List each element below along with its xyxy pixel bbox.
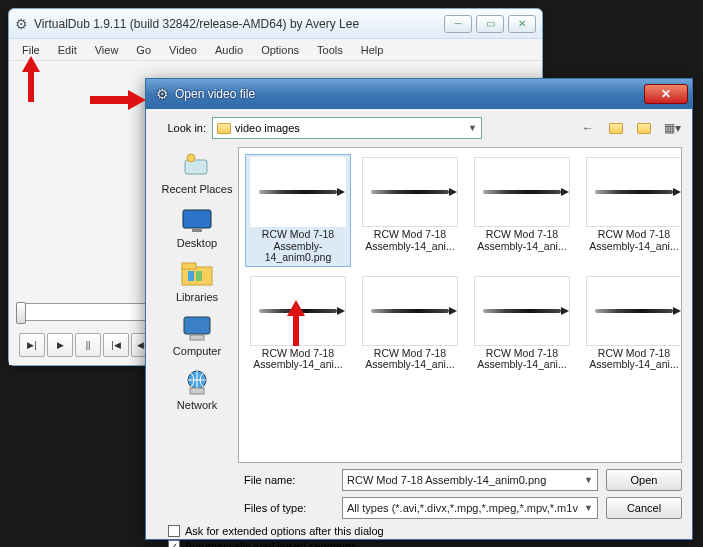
filename-input[interactable]: RCW Mod 7-18 Assembly-14_anim0.png ▼ xyxy=(342,469,598,491)
open-button[interactable]: Open xyxy=(606,469,682,491)
filetype-value: All types (*.avi,*.divx,*.mpg,*.mpeg,*.m… xyxy=(347,502,578,514)
transport-btn[interactable]: ▶| xyxy=(19,333,45,357)
file-item[interactable]: RCW Mod 7-18 Assembly-14_ani... xyxy=(581,154,682,267)
maximize-button[interactable]: ▭ xyxy=(476,15,504,33)
svg-rect-3 xyxy=(185,160,207,174)
file-thumbnail xyxy=(474,276,570,346)
lookin-label: Look in: xyxy=(156,122,206,134)
linked-segments-checkbox[interactable]: ✓ Automatically load linked segments xyxy=(168,540,682,547)
open-file-dialog: ⚙ Open video file ✕ Look in: video image… xyxy=(145,78,693,540)
place-libraries[interactable]: Libraries xyxy=(156,257,238,305)
place-label: Desktop xyxy=(177,237,217,249)
svg-rect-9 xyxy=(188,271,194,281)
dialog-titlebar[interactable]: ⚙ Open video file ✕ xyxy=(146,79,692,109)
place-desktop[interactable]: Desktop xyxy=(156,203,238,251)
file-name: RCW Mod 7-18 Assembly-14_ani... xyxy=(360,229,460,252)
file-item[interactable]: RCW Mod 7-18 Assembly-14_ani... xyxy=(357,154,463,267)
app-icon: ⚙ xyxy=(15,16,28,32)
annotation-arrow xyxy=(90,88,146,112)
dialog-close-button[interactable]: ✕ xyxy=(644,84,688,104)
menu-audio[interactable]: Audio xyxy=(206,41,252,59)
dialog-icon: ⚙ xyxy=(156,86,169,102)
transport-btn[interactable]: ▶ xyxy=(47,333,73,357)
checkbox-label: Ask for extended options after this dial… xyxy=(185,525,384,537)
svg-rect-14 xyxy=(190,388,204,394)
menu-video[interactable]: Video xyxy=(160,41,206,59)
recent-places-icon xyxy=(179,151,215,181)
extended-options-checkbox[interactable]: Ask for extended options after this dial… xyxy=(168,525,682,537)
place-network[interactable]: Network xyxy=(156,365,238,413)
file-thumbnail xyxy=(362,276,458,346)
transport-btn[interactable]: || xyxy=(75,333,101,357)
svg-rect-12 xyxy=(190,335,204,340)
svg-rect-5 xyxy=(183,210,211,228)
place-computer[interactable]: Computer xyxy=(156,311,238,359)
chevron-down-icon: ▼ xyxy=(584,503,593,513)
close-button[interactable]: ✕ xyxy=(508,15,536,33)
menu-options[interactable]: Options xyxy=(252,41,308,59)
file-item[interactable]: RCW Mod 7-18 Assembly-14_ani... xyxy=(469,154,575,267)
menu-help[interactable]: Help xyxy=(352,41,393,59)
chevron-down-icon: ▼ xyxy=(468,123,477,133)
place-recent[interactable]: Recent Places xyxy=(156,149,238,197)
file-name: RCW Mod 7-18 Assembly-14_ani... xyxy=(472,348,572,371)
places-bar: Recent Places Desktop Libraries Computer… xyxy=(156,147,238,463)
filetype-dropdown[interactable]: All types (*.avi,*.divx,*.mpg,*.mpeg,*.m… xyxy=(342,497,598,519)
checkbox-label: Automatically load linked segments xyxy=(185,540,357,547)
place-label: Computer xyxy=(173,345,221,357)
file-thumbnail xyxy=(362,157,458,227)
menu-go[interactable]: Go xyxy=(127,41,160,59)
file-item[interactable]: RCW Mod 7-18 Assembly-14_ani... xyxy=(581,273,682,374)
checkbox-icon xyxy=(168,525,180,537)
svg-rect-11 xyxy=(184,317,210,334)
svg-marker-1 xyxy=(90,90,146,110)
annotation-arrow xyxy=(18,56,44,102)
file-thumbnail xyxy=(586,157,682,227)
file-thumbnail xyxy=(474,157,570,227)
up-folder-icon[interactable] xyxy=(606,118,626,138)
svg-marker-2 xyxy=(287,300,305,346)
file-name: RCW Mod 7-18 Assembly-14_ani... xyxy=(472,229,572,252)
svg-rect-10 xyxy=(196,271,202,281)
window-title: VirtualDub 1.9.11 (build 32842/release-A… xyxy=(34,17,444,31)
file-name: RCW Mod 7-18 Assembly-14_ani... xyxy=(360,348,460,371)
place-label: Network xyxy=(177,399,217,411)
file-item[interactable]: RCW Mod 7-18 Assembly-14_ani... xyxy=(469,273,575,374)
filetype-label: Files of type: xyxy=(244,502,334,514)
menu-edit[interactable]: Edit xyxy=(49,41,86,59)
chevron-down-icon: ▼ xyxy=(584,475,593,485)
file-name: RCW Mod 7-18 Assembly-14_ani... xyxy=(584,229,682,252)
svg-marker-0 xyxy=(22,56,40,102)
back-icon[interactable]: ← xyxy=(578,118,598,138)
network-icon xyxy=(179,367,215,397)
file-name: RCW Mod 7-18 Assembly-14_ani... xyxy=(248,348,348,371)
place-label: Libraries xyxy=(176,291,218,303)
file-item[interactable]: RCW Mod 7-18 Assembly-14_anim0.png xyxy=(245,154,351,267)
timeline-thumb[interactable] xyxy=(16,302,26,324)
file-thumbnail xyxy=(250,157,346,227)
libraries-icon xyxy=(179,259,215,289)
view-menu-icon[interactable]: ▦▾ xyxy=(662,118,682,138)
svg-point-4 xyxy=(187,154,195,162)
svg-rect-8 xyxy=(182,263,196,269)
svg-rect-6 xyxy=(192,229,202,232)
minimize-button[interactable]: ─ xyxy=(444,15,472,33)
lookin-dropdown[interactable]: video images ▼ xyxy=(212,117,482,139)
filename-value: RCW Mod 7-18 Assembly-14_anim0.png xyxy=(347,474,546,486)
place-label: Recent Places xyxy=(162,183,233,195)
new-folder-icon[interactable] xyxy=(634,118,654,138)
titlebar[interactable]: ⚙ VirtualDub 1.9.11 (build 32842/release… xyxy=(9,9,542,39)
dialog-title: Open video file xyxy=(175,87,644,101)
menu-view[interactable]: View xyxy=(86,41,128,59)
file-item[interactable]: RCW Mod 7-18 Assembly-14_ani... xyxy=(357,273,463,374)
menu-tools[interactable]: Tools xyxy=(308,41,352,59)
checkbox-icon: ✓ xyxy=(168,540,180,547)
menubar: File Edit View Go Video Audio Options To… xyxy=(9,39,542,61)
file-name: RCW Mod 7-18 Assembly-14_anim0.png xyxy=(248,229,348,264)
desktop-icon xyxy=(179,205,215,235)
lookin-value: video images xyxy=(235,122,300,134)
cancel-button[interactable]: Cancel xyxy=(606,497,682,519)
transport-btn[interactable]: |◀ xyxy=(103,333,129,357)
filename-label: File name: xyxy=(244,474,334,486)
file-thumbnail xyxy=(586,276,682,346)
